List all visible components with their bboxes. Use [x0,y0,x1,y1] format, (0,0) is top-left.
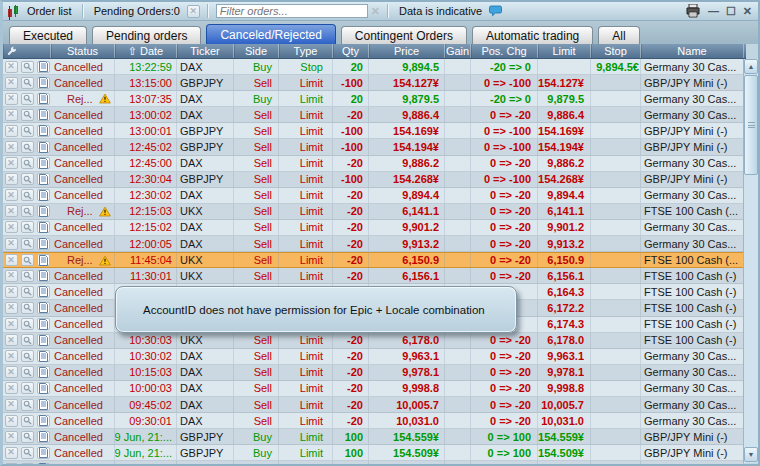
table-row[interactable]: ✕Cancelled12:15:02DAXSellLimit-209,901.2… [3,220,746,236]
delete-order-button[interactable]: ✕ [5,399,18,411]
delete-order-button[interactable]: ✕ [5,109,18,121]
modify-order-button[interactable] [21,399,34,411]
order-details-button[interactable] [37,447,50,459]
delete-order-button[interactable]: ✕ [5,415,18,427]
column-header-date[interactable]: ⇧Date [115,44,177,58]
table-row[interactable]: ✕Cancelled10:30:02DAXSellLimit-209,963.1… [3,349,746,365]
table-row[interactable]: ✕Cancelled12:45:00DAXSellLimit-209,886.2… [3,156,746,172]
table-row[interactable]: ✕Cancelled13:00:02DAXSellLimit-209,886.4… [3,107,746,123]
modify-order-button[interactable] [21,109,34,121]
table-row[interactable]: ✕Cancelled11:30:01UKXSellLimit-206,156.1… [3,268,746,284]
column-header-type[interactable]: Type [279,44,333,58]
print-icon[interactable] [685,4,701,18]
table-row[interactable]: ✕Cancelled12:45:02GBPJPYSellLimit-100154… [3,139,746,155]
delete-order-button[interactable]: ✕ [5,382,18,394]
table-row[interactable]: ✕Cancelled10:15:03DAXSellLimit-209,978.1… [3,365,746,381]
tab-all[interactable]: All [598,26,639,44]
order-details-button[interactable] [37,431,50,443]
scrollbar-thumb[interactable] [744,75,758,175]
modify-order-button[interactable] [21,447,34,459]
delete-order-button[interactable]: ✕ [5,77,18,89]
modify-order-button[interactable] [21,286,34,298]
table-row[interactable]: ✕Cancelled9 Jun, 21:...GBPJPYBuyLimit100… [3,429,746,445]
modify-order-button[interactable] [21,93,34,105]
table-row[interactable]: ✕Cancelled09:45:02DAXSellLimit-2010,005.… [3,397,746,413]
column-header-pos_chg[interactable]: Pos. Chg [471,44,538,58]
delete-order-button[interactable]: ✕ [5,302,18,314]
delete-order-button[interactable]: ✕ [5,205,18,217]
scroll-up-button[interactable]: ▲ [744,59,758,74]
filter-orders-input[interactable] [216,4,368,18]
table-row[interactable]: ✕Rej...13:07:35DAXBuyLimit209,879.5-20 =… [3,91,746,107]
delete-order-button[interactable]: ✕ [5,270,18,282]
delete-order-button[interactable]: ✕ [5,61,18,73]
table-row[interactable]: ✕Cancelled13:15:00GBPJPYSellLimit-100154… [3,75,746,91]
table-row[interactable]: ✕Cancelled13:00:01GBPJPYSellLimit-100154… [3,123,746,139]
modify-order-button[interactable] [21,334,34,346]
order-details-button[interactable] [37,61,50,73]
table-row[interactable]: ✕Cancelled12:00:05DAXSellLimit-209,913.2… [3,236,746,252]
column-header-stop[interactable]: Stop [591,44,641,58]
delete-order-button[interactable]: ✕ [5,366,18,378]
column-header-price[interactable]: Price [369,44,445,58]
tab-pending-orders[interactable]: Pending orders [92,26,201,44]
modify-order-button[interactable] [21,366,34,378]
delete-order-button[interactable]: ✕ [5,141,18,153]
table-row[interactable]: ✕Rej...11:45:04UKXSellLimit-206,150.90 =… [3,252,746,268]
modify-order-button[interactable] [21,157,34,169]
table-row[interactable]: ✕Cancelled9 Jun, 21:...GBPJPYBuyLimit100… [3,445,746,461]
order-details-button[interactable] [37,366,50,378]
modify-order-button[interactable] [21,125,34,137]
vertical-scrollbar[interactable]: ▲ ▼ [743,59,758,463]
modify-order-button[interactable] [21,318,34,330]
modify-order-button[interactable] [21,431,34,443]
delete-order-button[interactable]: ✕ [5,254,18,266]
order-details-button[interactable] [37,302,50,314]
delete-order-button[interactable]: ✕ [5,221,18,233]
tab-canceled-rejected[interactable]: Canceled/Rejected [206,24,335,44]
delete-order-button[interactable]: ✕ [5,173,18,185]
order-details-button[interactable] [37,286,50,298]
order-details-button[interactable] [37,254,50,266]
order-details-button[interactable] [37,189,50,201]
column-header-ticker[interactable]: Ticker [177,44,234,58]
minimize-button[interactable]: — [708,6,719,17]
order-details-button[interactable] [37,350,50,362]
table-row[interactable]: ✕Rej...12:15:03UKXSellLimit-206,141.10 =… [3,204,746,220]
column-header-side[interactable]: Side [234,44,279,58]
order-details-button[interactable] [37,77,50,89]
delete-order-button[interactable]: ✕ [5,189,18,201]
delete-order-button[interactable]: ✕ [5,447,18,459]
modify-order-button[interactable] [21,302,34,314]
clear-filter-icon[interactable]: ✕ [371,5,380,18]
modify-order-button[interactable] [21,221,34,233]
pending-orders-close-button[interactable]: ✕ [187,5,200,18]
order-details-button[interactable] [37,157,50,169]
order-details-button[interactable] [37,270,50,282]
tab-executed[interactable]: Executed [9,26,87,44]
order-details-button[interactable] [37,205,50,217]
table-row[interactable]: ✕Cancelled09:30:01DAXSellLimit-2010,031.… [3,413,746,429]
delete-order-button[interactable]: ✕ [5,431,18,443]
table-row[interactable]: ✕Cancelled12:30:04GBPJPYSellLimit-100154… [3,172,746,188]
modify-order-button[interactable] [21,205,34,217]
maximize-button[interactable]: ☐ [726,6,736,17]
order-details-button[interactable] [37,238,50,250]
column-header-qty[interactable]: Qty [333,44,369,58]
close-button[interactable]: ✕ [743,6,752,17]
table-row[interactable]: ✕Cancelled10:30:03UKXSellLimit-206,178.0… [3,333,746,349]
column-header-limit[interactable]: Limit [538,44,591,58]
speech-bubble-icon[interactable] [489,5,502,17]
table-row[interactable]: ✕Cancelled12:30:02DAXSellLimit-209,894.4… [3,188,746,204]
modify-order-button[interactable] [21,238,34,250]
modify-order-button[interactable] [21,270,34,282]
order-details-button[interactable] [37,109,50,121]
column-header-name[interactable]: Name [641,44,744,58]
delete-order-button[interactable]: ✕ [5,157,18,169]
table-row[interactable]: ✕ [3,461,746,466]
order-details-button[interactable] [37,415,50,427]
tab-contingent-orders[interactable]: Contingent Orders [341,26,467,44]
delete-order-button[interactable]: ✕ [5,125,18,137]
delete-order-button[interactable]: ✕ [5,350,18,362]
table-row[interactable]: ✕Cancelled13:22:59DAXBuyStop209,894.5-20… [3,59,746,75]
